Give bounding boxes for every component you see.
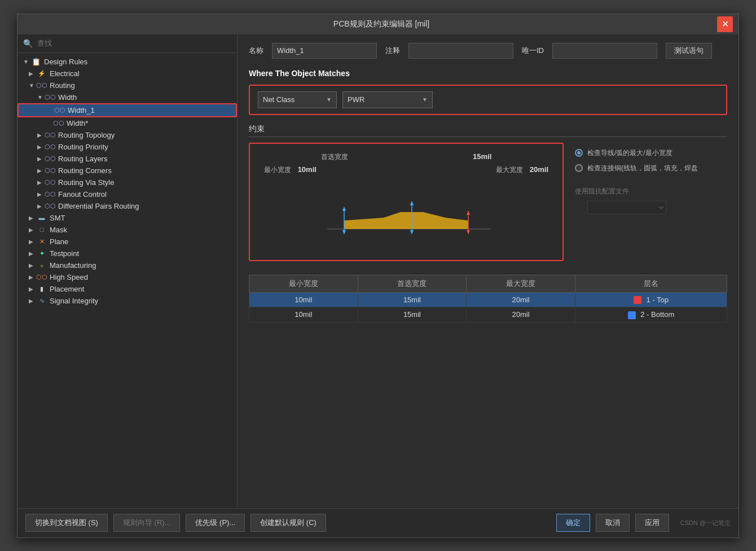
placement-label: Placement [50,285,84,293]
search-bar: 🔍 [17,34,237,53]
tree-item-high-speed[interactable]: ▶ ⬡⬡ High Speed [17,271,237,283]
min-value: 10mil [298,165,317,174]
constraint-body: 首选宽度 15mil 最小宽度 10mil [249,143,727,261]
row2-preferred: 15mil [358,307,467,323]
tree-item-routing-layers[interactable]: ▶ ⬡⬡ Routing Layers [17,153,237,165]
routing-label: Routing [50,81,75,90]
tree-item-testpoint[interactable]: ▶ ✦ Testpoint [17,248,237,259]
tree-item-design-rules[interactable]: ▼ 📋 Design Rules [17,56,237,68]
routing-priority-label: Routing Priority [58,143,108,151]
width-icon: ⬡⬡ [45,93,55,101]
tree-item-routing-topology[interactable]: ▶ ⬡⬡ Routing Topology [17,129,237,141]
tree-item-routing-priority[interactable]: ▶ ⬡⬡ Routing Priority [17,141,237,153]
rule-wizard-button[interactable]: 规则向导 (R)... [113,514,181,532]
tree-item-routing[interactable]: ▼ ⬡⬡ Routing [17,80,237,91]
tree-item-routing-corners[interactable]: ▶ ⬡⬡ Routing Corners [17,165,237,177]
arrow-design-rules: ▼ [23,59,31,65]
arrow-routing: ▼ [29,82,37,89]
row2-layer: 2 - Bottom [575,307,727,323]
arrow-width: ▼ [37,94,45,100]
tree-item-width[interactable]: ▼ ⬡⬡ Width [17,91,237,103]
right-panel: 名称 注释 唯一ID 测试语句 Where The Object Matches… [238,34,739,508]
tree-item-width1[interactable]: ⬡⬡ Width_1 [17,103,237,117]
where-object-box: Net Class ▼ PWR ▼ [249,85,727,115]
constraint-title: 约束 [249,124,727,137]
width-star-icon: ⬡⬡ [54,119,64,127]
signal-integrity-label: Signal Integrity [50,297,98,305]
tree-item-fanout-control[interactable]: ▶ ⬡⬡ Fanout Control [17,188,237,200]
svg-marker-3 [342,206,346,211]
arrow-high-speed: ▶ [29,274,37,280]
switch-view-button[interactable]: 切换到文档视图 (S) [25,514,108,532]
width-star-label: Width* [67,119,88,127]
note-input[interactable] [408,43,513,59]
max-value: 20mil [530,165,548,174]
uid-input[interactable] [552,43,657,59]
arrow-differential-pairs: ▶ [37,203,45,209]
check-row-2: 检查连接铜(线轨，圆弧，填充，焊盘 [575,164,727,173]
design-rules-label: Design Rules [44,58,87,66]
tree-item-plane[interactable]: ▶ ✕ Plane [17,236,237,248]
close-button[interactable]: ✕ [717,16,733,32]
differential-pairs-label: Differential Pairs Routing [58,202,139,210]
radio-check2[interactable] [575,164,583,172]
table-row-2[interactable]: 10mil 15mil 20mil 2 - Bottom [249,307,727,323]
watermark: CSDN @一记笔尘 [680,519,731,527]
net-class-label: Net Class [263,95,295,104]
radio-check1[interactable] [575,149,583,157]
min-group: 最小宽度 10mil [264,165,317,175]
cancel-button[interactable]: 取消 [596,514,630,532]
pwr-select[interactable]: PWR ▼ [342,91,433,108]
arrow-electrical: ▶ [29,70,37,77]
create-default-button[interactable]: 创建默认规则 (C) [250,514,326,532]
row1-min: 10mil [249,292,358,307]
name-input[interactable] [272,43,377,59]
layer1-color-swatch [634,296,641,304]
electrical-label: Electrical [50,69,80,78]
routing-via-style-label: Routing Via Style [58,178,115,187]
tree-item-routing-via-style[interactable]: ▶ ⬡⬡ Routing Via Style [17,177,237,188]
routing-layers-icon: ⬡⬡ [45,155,55,162]
tree-item-mask[interactable]: ▶ □ Mask [17,224,237,236]
title-bar: PCB规则及约束编辑器 [mil] ✕ [17,14,739,34]
priority-button[interactable]: 优先级 (P)... [186,514,245,532]
impedance-select[interactable] [587,201,666,214]
arrow-routing-priority: ▶ [37,144,45,150]
width-diagram-area: 首选宽度 15mil 最小宽度 10mil [249,143,564,261]
col-preferred-width: 首选宽度 [358,275,467,292]
arrow-routing-via-style: ▶ [37,179,45,186]
arrow-routing-layers: ▶ [37,156,45,162]
svg-marker-7 [410,230,414,235]
left-panel: 🔍 ▼ 📋 Design Rules ▶ ⚡ Electrical [17,34,238,508]
arrow-testpoint: ▶ [29,250,37,257]
tree-item-differential-pairs[interactable]: ▶ ⬡⬡ Differential Pairs Routing [17,200,237,212]
bottom-bar: 切换到文档视图 (S) 规则向导 (R)... 优先级 (P)... 创建默认规… [17,508,739,537]
search-input[interactable] [37,39,231,47]
row1-layer: 1 - Top [575,292,727,307]
routing-priority-icon: ⬡⬡ [45,143,55,151]
layer2-color-swatch [628,311,636,319]
routing-layers-label: Routing Layers [58,155,107,163]
test-button[interactable]: 测试语句 [666,43,712,59]
signal-integrity-icon: ∿ [37,297,47,305]
electrical-icon: ⚡ [37,69,47,77]
net-class-select[interactable]: Net Class ▼ [258,91,337,108]
testpoint-label: Testpoint [50,249,79,258]
tree-item-signal-integrity[interactable]: ▶ ∿ Signal Integrity [17,295,237,307]
routing-topology-icon: ⬡⬡ [45,131,55,139]
col-layer-name: 层名 [575,275,727,292]
table-row-1[interactable]: 10mil 15mil 20mil 1 - Top [249,292,727,307]
apply-button[interactable]: 应用 [635,514,669,532]
check1-label: 检查导线/弧的最大/最小宽度 [587,148,673,158]
name-row: 名称 注释 唯一ID 测试语句 [249,43,727,59]
tree-item-smt[interactable]: ▶ ▬ SMT [17,212,237,224]
manufacturing-label: Manufacturing [50,261,96,270]
tree-item-placement[interactable]: ▶ ▮ Placement [17,283,237,295]
width-labels-row: 首选宽度 15mil [258,152,554,162]
confirm-button[interactable]: 确定 [556,514,590,532]
check-row-1: 检查导线/弧的最大/最小宽度 [575,148,727,158]
tree-item-electrical[interactable]: ▶ ⚡ Electrical [17,68,237,80]
main-content: 🔍 ▼ 📋 Design Rules ▶ ⚡ Electrical [17,34,739,508]
tree-item-manufacturing[interactable]: ▶ ⬦ Manufacturing [17,259,237,271]
tree-item-width-star[interactable]: ⬡⬡ Width* [17,117,237,129]
